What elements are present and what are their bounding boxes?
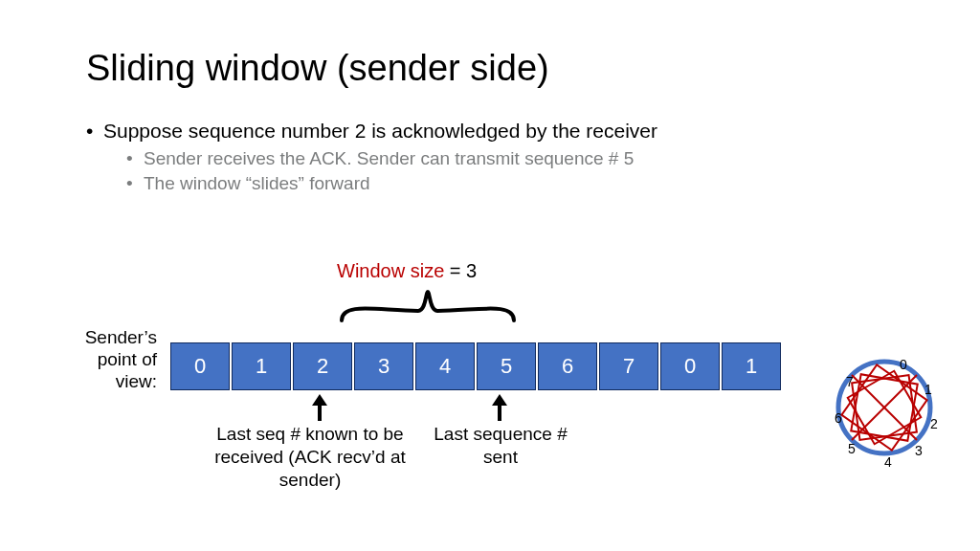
brace-icon bbox=[337, 287, 519, 325]
dial-label: 1 bbox=[924, 382, 932, 397]
window-size-value: 3 bbox=[466, 260, 477, 281]
bullet-level2: Sender receives the ACK. Sender can tran… bbox=[126, 148, 894, 169]
bullet-level2: The window “slides” forward bbox=[126, 173, 894, 194]
seq-cell: 6 bbox=[538, 342, 597, 390]
sequence-number-dial: 0 1 2 3 4 5 6 7 bbox=[817, 341, 951, 474]
seq-cell: 0 bbox=[660, 342, 720, 390]
seq-cell: 1 bbox=[722, 342, 781, 390]
dial-label: 2 bbox=[930, 416, 938, 431]
slide-title: Sliding window (sender side) bbox=[86, 48, 894, 89]
arrow-up-icon bbox=[488, 394, 511, 421]
arrow-up-icon bbox=[308, 394, 331, 421]
seq-cell: 0 bbox=[170, 342, 230, 390]
annotation-sent: Last sequence # sent bbox=[429, 423, 572, 469]
seq-cell: 2 bbox=[293, 342, 352, 390]
seq-cell: 4 bbox=[415, 342, 475, 390]
window-size-text: Window size bbox=[337, 260, 444, 281]
bullet-level1: Suppose sequence number 2 is acknowledge… bbox=[86, 120, 894, 143]
seq-cell: 3 bbox=[354, 342, 413, 390]
sequence-row: 0 1 2 3 4 5 6 7 0 1 bbox=[170, 342, 781, 390]
dial-label: 5 bbox=[848, 441, 856, 456]
dial-label: 0 bbox=[900, 357, 907, 372]
annotation-ack: Last seq # known to be received (ACK rec… bbox=[205, 423, 415, 491]
dial-label: 6 bbox=[835, 410, 842, 426]
seq-cell: 7 bbox=[599, 342, 658, 390]
dial-label: 4 bbox=[884, 454, 892, 470]
window-size-label: Window size = 3 bbox=[337, 260, 477, 282]
seq-cell: 5 bbox=[477, 342, 536, 390]
window-size-sep: = bbox=[444, 260, 466, 281]
dial-label: 3 bbox=[915, 443, 923, 458]
sender-pov-label: Sender’s point of view: bbox=[71, 327, 157, 392]
seq-cell: 1 bbox=[232, 342, 291, 390]
dial-label: 7 bbox=[846, 374, 854, 389]
